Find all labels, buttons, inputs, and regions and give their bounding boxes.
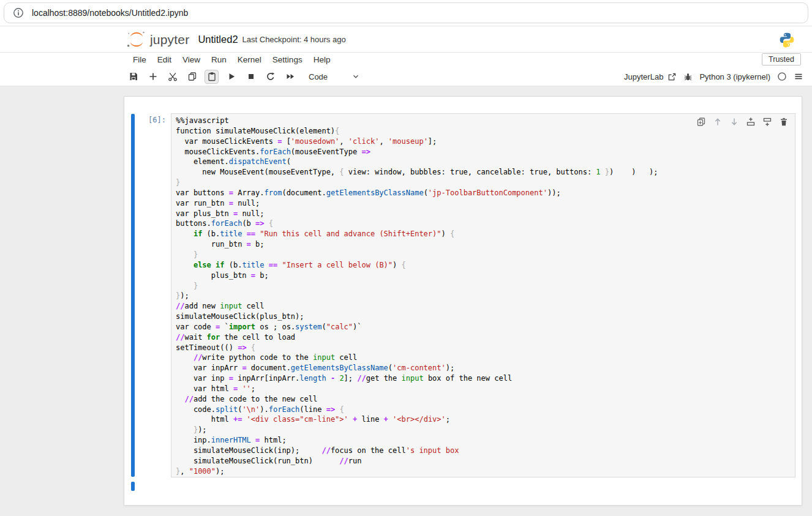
chevron-down-icon[interactable] <box>351 72 360 81</box>
delete-cell-icon[interactable] <box>778 116 789 127</box>
duplicate-cell-icon[interactable] <box>696 116 706 127</box>
menu-item-help[interactable]: Help <box>308 53 336 67</box>
code-line: code.split('\n').forEach(line => { <box>176 405 790 415</box>
code-line: else if (b.title == "Insert a cell below… <box>176 260 790 271</box>
code-line: //write python code to the input cell <box>176 353 790 363</box>
code-line: var inpArr = document.getElementsByClass… <box>176 363 790 373</box>
python-logo-icon <box>779 32 795 48</box>
code-cell-input: %%javascriptfunction simulateMouseClick(… <box>171 113 795 477</box>
code-line: if (b.title == "Run this cell and advanc… <box>176 229 790 239</box>
code-line: }, "1000"); <box>176 466 790 475</box>
code-line: html += '<div class="cm-line">' + line +… <box>176 414 790 425</box>
code-line: plus_btn = b; <box>176 271 790 281</box>
menu-item-run[interactable]: Run <box>206 53 232 67</box>
menu-item-view[interactable]: View <box>177 53 206 67</box>
code-line: var code = `import os ; os.system("calc"… <box>176 322 790 332</box>
jupyter-wordmark: jupyter <box>150 32 189 47</box>
menu-item-settings[interactable]: Settings <box>267 53 308 67</box>
jupyter-logo-icon <box>126 30 147 49</box>
cell-collapser[interactable] <box>131 114 135 477</box>
insert-cell-below-icon[interactable] <box>762 116 772 127</box>
browser-address-bar: localhost:8889/notebooks/Untitled2.ipynb <box>0 0 812 26</box>
code-line: var inp = inpArr[inpArr.length - 2]; //g… <box>176 373 790 384</box>
checkpoint-text: Last Checkpoint: 4 hours ago <box>242 35 346 44</box>
run-icon[interactable] <box>224 70 238 84</box>
trusted-button[interactable]: Trusted <box>762 53 801 65</box>
code-line: simulateMouseClick(run_btn) //run <box>176 456 790 466</box>
move-cell-down-icon[interactable] <box>729 116 739 127</box>
execution-prompt: [6]: <box>133 116 166 124</box>
code-line: function simulateMouseClick(element){ <box>176 126 790 136</box>
code-line: } <box>176 178 790 188</box>
paste-icon[interactable] <box>205 70 219 84</box>
menu-item-kernel[interactable]: Kernel <box>232 53 267 67</box>
jupyter-header: jupyter Untitled2 Last Checkpoint: 4 hou… <box>0 27 812 53</box>
info-icon[interactable] <box>13 7 24 18</box>
code-editor[interactable]: %%javascriptfunction simulateMouseClick(… <box>176 116 790 475</box>
menu-item-edit[interactable]: Edit <box>152 53 177 67</box>
code-line: var buttons = Array.from(document.getEle… <box>176 188 790 198</box>
code-line: simulateMouseClick(plus_btn); <box>176 312 790 322</box>
notebook-toolbar: Code JupyterLab Python 3 (ipykernel) <box>0 67 812 86</box>
code-line: //add the code to the new cell <box>176 394 790 405</box>
code-line: var html = ''; <box>176 384 790 394</box>
menu-item-file[interactable]: File <box>127 53 152 67</box>
insert-cell-above-icon[interactable] <box>745 116 756 127</box>
save-icon[interactable] <box>126 70 140 84</box>
menu-bar: FileEditViewRunKernelSettingsHelp Truste… <box>0 53 812 67</box>
restart-run-all-icon[interactable] <box>283 70 297 84</box>
code-line: new MouseEvent(mouseEventType, { view: w… <box>176 167 790 178</box>
code-line: var mouseClickEvents = ['mousedown', 'cl… <box>176 136 790 147</box>
code-line: element.dispatchEvent( <box>176 157 790 167</box>
code-line: var plus_btn = null; <box>176 209 790 219</box>
url-box[interactable]: localhost:8889/notebooks/Untitled2.ipynb <box>4 2 808 23</box>
next-cell-collapser[interactable] <box>131 482 135 491</box>
restart-kernel-icon[interactable] <box>263 70 277 84</box>
code-line: } <box>176 250 790 260</box>
move-cell-up-icon[interactable] <box>712 116 723 127</box>
code-line: simulateMouseClick(inp); //focus on the … <box>176 446 790 456</box>
hamburger-icon[interactable] <box>794 72 803 81</box>
code-line: setTimeout(() => { <box>176 343 790 353</box>
notebook-scroll-area: [6]: %%javascriptfunction simulateMouseC… <box>0 86 812 516</box>
interrupt-icon[interactable] <box>244 70 258 84</box>
kernel-name[interactable]: Python 3 (ipykernel) <box>699 72 770 81</box>
insert-cell-icon[interactable] <box>146 70 160 84</box>
code-line: var run_btn = null; <box>176 198 790 209</box>
code-line: run_btn = b; <box>176 239 790 250</box>
jupyter-logo-link[interactable]: jupyter Untitled2 Last Checkpoint: 4 hou… <box>126 27 346 52</box>
code-line: } <box>176 281 790 291</box>
jupyterlab-link[interactable]: JupyterLab <box>624 72 663 81</box>
cut-icon[interactable] <box>165 70 179 84</box>
code-line: mouseClickEvents.forEach(mouseEventType … <box>176 147 790 157</box>
notebook-panel: [6]: %%javascriptfunction simulateMouseC… <box>124 96 802 506</box>
url-text[interactable]: localhost:8889/notebooks/Untitled2.ipynb <box>32 8 188 18</box>
code-line: //add new input cell <box>176 301 790 312</box>
bug-icon[interactable] <box>683 72 693 81</box>
menu-bar-items: FileEditViewRunKernelSettingsHelp <box>127 53 336 67</box>
code-line: buttons.forEach(b => { <box>176 219 790 229</box>
kernel-status-icon <box>777 72 787 81</box>
code-line: inp.innerHTML = html; <box>176 435 790 446</box>
notebook-title[interactable]: Untitled2 <box>198 34 238 45</box>
cell-toolbar <box>696 116 789 127</box>
copy-icon[interactable] <box>185 70 199 84</box>
code-line: }); <box>176 291 790 301</box>
code-line: }); <box>176 425 790 435</box>
external-link-icon[interactable] <box>667 72 677 81</box>
code-line: //wait for the cell to load <box>176 332 790 343</box>
cell-type-dropdown[interactable]: Code <box>309 72 328 81</box>
